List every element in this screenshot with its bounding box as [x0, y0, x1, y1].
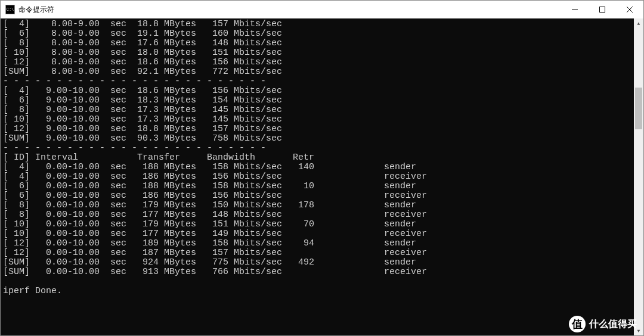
maximize-button[interactable] — [589, 1, 616, 18]
titlebar[interactable]: C:\ 命令提示符 — [1, 1, 643, 18]
window-controls — [561, 1, 643, 18]
watermark: 值 什么值得买 — [569, 316, 637, 332]
watermark-text: 什么值得买 — [589, 318, 637, 331]
minimize-button[interactable] — [561, 1, 589, 18]
scroll-thumb[interactable] — [635, 88, 642, 129]
svg-rect-1 — [600, 7, 605, 13]
app-icon: C:\ — [5, 5, 15, 14]
window-title: 命令提示符 — [18, 5, 561, 15]
scroll-up-button[interactable]: ▲ — [634, 18, 643, 28]
vertical-scrollbar[interactable]: ▲ ▼ — [634, 18, 643, 335]
scroll-track[interactable] — [634, 28, 643, 326]
watermark-badge-icon: 值 — [569, 316, 586, 332]
command-prompt-window: C:\ 命令提示符 [ 4] 8.00-9.00 sec 18.8 MBytes… — [0, 0, 644, 336]
terminal-output[interactable]: [ 4] 8.00-9.00 sec 18.8 MBytes 157 Mbits… — [1, 18, 634, 335]
close-button[interactable] — [616, 1, 643, 18]
terminal-area: [ 4] 8.00-9.00 sec 18.8 MBytes 157 Mbits… — [1, 18, 643, 335]
